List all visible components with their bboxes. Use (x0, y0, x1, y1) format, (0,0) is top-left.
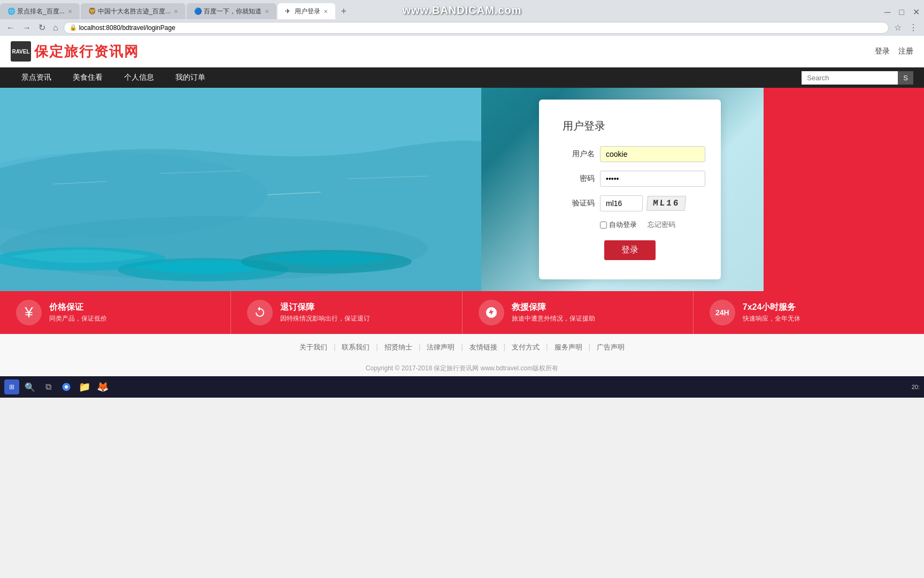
search-input[interactable] (802, 71, 898, 85)
hero-kayaks-image (0, 88, 481, 291)
tab-3-favicon: 🔵 (194, 7, 202, 15)
captcha-label: 验证码 (563, 199, 595, 208)
footer-link-service[interactable]: 服务声明 (555, 343, 582, 351)
tab-1-favicon: 🌐 (7, 7, 15, 15)
hero-section: 用户登录 用户名 密码 验证码 ML16 自动登录 忘记密码 (0, 88, 924, 291)
password-input[interactable] (600, 171, 705, 187)
captcha-area: ML16 (600, 195, 686, 211)
footer-sep-6: | (546, 343, 548, 351)
feature-price-title: 价格保证 (49, 302, 107, 313)
login-card: 用户登录 用户名 密码 验证码 ML16 自动登录 忘记密码 (539, 100, 721, 279)
svg-point-11 (65, 385, 68, 389)
taskbar-task-view[interactable]: ⧉ (41, 379, 56, 394)
login-button[interactable]: 登录 (604, 240, 656, 260)
nav-spots[interactable]: 景点资讯 (11, 67, 62, 88)
footer-link-friends[interactable]: 友情链接 (469, 343, 497, 351)
tab-3[interactable]: 🔵 百度一下，你就知道 ✕ (187, 3, 276, 19)
taskbar-chrome[interactable] (59, 379, 74, 394)
feature-refund-title: 退订保障 (280, 302, 370, 313)
tab-4-favicon: ✈ (285, 7, 292, 15)
search-button[interactable]: S (898, 71, 913, 85)
feature-rescue: 救援保障 旅途中遭意外情况，保证援助 (463, 291, 694, 334)
footer-sep-5: | (504, 343, 506, 351)
register-link[interactable]: 注册 (898, 47, 913, 56)
feature-price: ¥ 价格保证 同类产品，保证低价 (0, 291, 231, 334)
feature-service-text: 7x24小时服务 快速响应，全年无休 (743, 302, 800, 323)
tab-4-label: 用户登录 (295, 7, 320, 16)
captcha-input[interactable] (600, 195, 643, 211)
extensions-button[interactable]: ⋮ (907, 21, 920, 34)
username-row: 用户名 (563, 146, 697, 162)
rescue-icon (479, 300, 504, 325)
bookmark-button[interactable]: ☆ (892, 21, 904, 34)
footer-sep-2: | (376, 343, 378, 351)
url-text: localhost:8080/bdtravel/loginPage (79, 24, 175, 32)
footer-sep-1: | (334, 343, 336, 351)
feature-rescue-text: 救援保障 旅途中遭意外情况，保证援助 (512, 302, 595, 323)
tab-4[interactable]: ✈ 用户登录 ✕ (278, 3, 335, 19)
feature-service-title: 7x24小时服务 (743, 302, 800, 313)
login-link[interactable]: 登录 (875, 47, 890, 56)
hero-background (0, 88, 924, 291)
forgot-password-link[interactable]: 忘记密码 (648, 220, 675, 230)
tab-2-favicon: 🦁 (88, 7, 96, 15)
footer-link-about[interactable]: 关于我们 (299, 343, 327, 351)
new-tab-button[interactable]: + (336, 4, 351, 19)
refresh-button[interactable]: ↻ (36, 21, 48, 34)
browser-close[interactable]: ✕ (908, 5, 924, 19)
refund-icon (247, 300, 273, 325)
footer-link-ads[interactable]: 广告声明 (597, 343, 625, 351)
site-header: RAVEL 保定旅行资讯网 登录 注册 (0, 36, 924, 67)
footer-link-legal[interactable]: 法律声明 (427, 343, 455, 351)
tab-2-label: 中国十大名胜古迹_百度... (98, 7, 171, 16)
tab-1-close[interactable]: ✕ (68, 9, 72, 14)
taskbar-time: 20: (912, 384, 920, 390)
captcha-image[interactable]: ML16 (646, 196, 687, 211)
url-bar[interactable]: 🔒 localhost:8080/bdtravel/loginPage (64, 22, 889, 34)
taskbar-firefox[interactable]: 🦊 (95, 379, 110, 394)
nav-search-area: S (802, 71, 913, 85)
password-label: 密码 (563, 174, 595, 184)
auto-login-text: 自动登录 (609, 220, 637, 230)
feature-refund-sub: 因特殊情况影响出行，保证退订 (280, 314, 370, 323)
footer-link-contact[interactable]: 联系我们 (342, 343, 369, 351)
nav-orders[interactable]: 我的订单 (165, 67, 216, 88)
price-icon: ¥ (16, 300, 42, 325)
auto-login-checkbox[interactable] (600, 222, 607, 229)
nav-profile[interactable]: 个人信息 (113, 67, 165, 88)
password-row: 密码 (563, 171, 697, 187)
address-bar: ← → ↻ ⌂ 🔒 localhost:8080/bdtravel/loginP… (0, 19, 924, 36)
back-button[interactable]: ← (4, 22, 17, 34)
taskbar-search[interactable]: 🔍 (22, 379, 37, 394)
site-logo: RAVEL 保定旅行资讯网 (11, 41, 139, 62)
lock-icon: 🔒 (70, 24, 77, 31)
username-label: 用户名 (563, 149, 595, 159)
taskbar-start[interactable]: ⊞ (4, 379, 19, 394)
tab-2[interactable]: 🦁 中国十大名胜古迹_百度... ✕ (81, 3, 186, 19)
header-auth: 登录 注册 (875, 47, 913, 56)
tab-3-close[interactable]: ✕ (265, 9, 269, 14)
browser-maximize[interactable]: □ (895, 5, 908, 19)
taskbar-folder[interactable]: 📁 (77, 379, 92, 394)
hero-red-overlay (764, 88, 924, 291)
logo-text: 保定旅行资讯网 (34, 42, 139, 61)
footer-copyright: Copyright © 2017-2018 保定旅行资讯网 www.bdtrav… (0, 361, 924, 376)
footer-link-recruit[interactable]: 招贤纳士 (384, 343, 412, 351)
tab-3-label: 百度一下，你就知道 (204, 7, 261, 16)
feature-price-sub: 同类产品，保证低价 (49, 314, 107, 323)
service-icon: 24H (710, 300, 735, 325)
tab-1-label: 景点排名_百度... (17, 7, 65, 16)
feature-rescue-title: 救援保障 (512, 302, 595, 313)
tab-2-close[interactable]: ✕ (174, 9, 178, 14)
home-button[interactable]: ⌂ (51, 22, 60, 34)
forward-button[interactable]: → (20, 22, 33, 34)
tab-1[interactable]: 🌐 景点排名_百度... ✕ (0, 3, 80, 19)
footer-link-payment[interactable]: 支付方式 (512, 343, 540, 351)
feature-rescue-sub: 旅途中遭意外情况，保证援助 (512, 314, 595, 323)
tab-4-close[interactable]: ✕ (324, 9, 328, 14)
feature-service: 24H 7x24小时服务 快速响应，全年无休 (694, 291, 924, 334)
username-input[interactable] (600, 146, 705, 162)
auto-login-label[interactable]: 自动登录 (600, 220, 637, 230)
browser-minimize[interactable]: ─ (880, 5, 895, 19)
nav-food[interactable]: 美食住看 (62, 67, 113, 88)
